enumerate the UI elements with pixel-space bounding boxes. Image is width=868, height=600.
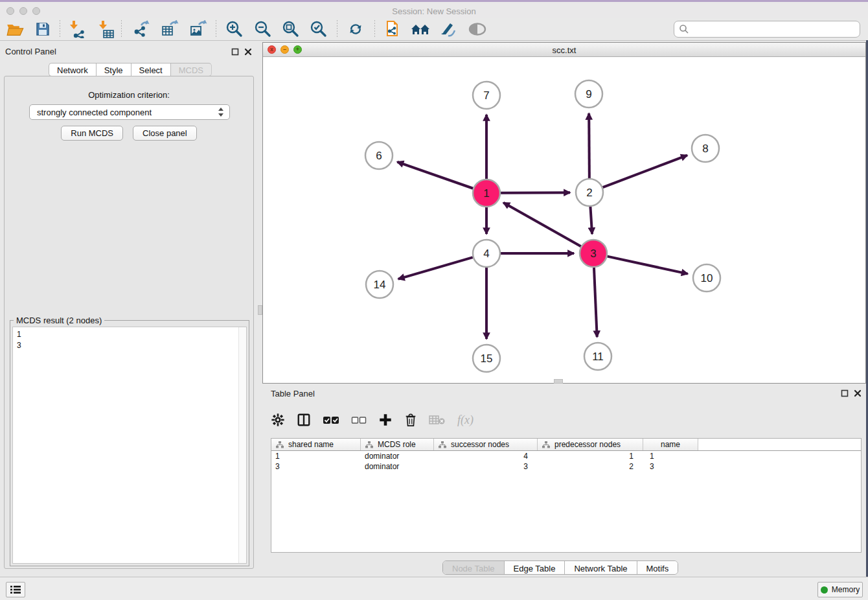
show-hide-graphics-icon[interactable] — [467, 19, 488, 39]
table-row[interactable]: 1dominator411 — [271, 451, 861, 461]
zoom-out-icon[interactable] — [253, 19, 273, 39]
table-panel-title: Table Panel — [271, 389, 315, 398]
tab-select[interactable]: Select — [131, 63, 170, 76]
list-icon — [10, 585, 21, 594]
graph-node-11[interactable]: 11 — [584, 343, 611, 370]
tab-motifs[interactable]: Motifs — [637, 561, 678, 574]
zoom-selected-icon[interactable] — [308, 19, 329, 39]
column-header-shared-name[interactable]: shared name — [271, 439, 361, 450]
import-network-icon[interactable] — [66, 19, 87, 39]
edge-4-14[interactable] — [398, 257, 473, 279]
edge-3-1[interactable] — [503, 203, 581, 246]
table-cell[interactable]: 3 — [643, 462, 698, 471]
open-session-icon[interactable] — [5, 19, 26, 39]
table-cell[interactable]: 4 — [434, 452, 538, 461]
graph-node-4[interactable]: 4 — [473, 240, 500, 267]
graph-node-2[interactable]: 2 — [576, 179, 603, 206]
mcds-result-title: MCDS result (2 nodes) — [14, 316, 104, 325]
float-panel-icon[interactable] — [841, 389, 849, 397]
create-column-icon[interactable] — [378, 411, 393, 428]
edge-3-10[interactable] — [607, 257, 687, 274]
graph-node-1[interactable]: 1 — [473, 179, 500, 207]
table-cell[interactable]: dominator — [361, 452, 434, 461]
export-network-icon[interactable] — [131, 19, 152, 39]
titlebar[interactable]: Session: New Session — [0, 2, 868, 17]
edge-2-8[interactable] — [603, 156, 687, 188]
close-panel-icon[interactable] — [244, 48, 252, 56]
close-panel-button[interactable]: Close panel — [133, 126, 197, 141]
apply-style-icon[interactable] — [438, 19, 459, 39]
table-settings-icon[interactable] — [271, 411, 285, 428]
export-image-icon[interactable] — [188, 19, 209, 39]
graph-node-6[interactable]: 6 — [365, 142, 393, 169]
graph-node-14[interactable]: 14 — [366, 271, 393, 298]
mcds-result-box[interactable]: 1 3 — [12, 327, 247, 564]
svg-text:9: 9 — [586, 88, 591, 100]
save-session-icon[interactable] — [32, 19, 53, 39]
edge-2-9[interactable] — [589, 113, 589, 178]
graph-node-10[interactable]: 10 — [693, 264, 720, 292]
column-header-name[interactable]: name — [643, 439, 698, 450]
network-frame-titlebar[interactable]: x – + scc.txt — [263, 43, 865, 57]
tab-network[interactable]: Network — [49, 63, 96, 76]
graph-node-15[interactable]: 15 — [473, 345, 500, 372]
graph-node-7[interactable]: 7 — [473, 82, 500, 109]
first-neighbors-icon[interactable] — [410, 19, 431, 39]
table-cell[interactable]: 2 — [538, 462, 643, 471]
result-scrollbar[interactable] — [238, 327, 246, 563]
tab-style[interactable]: Style — [96, 63, 131, 76]
edge-1-2[interactable] — [501, 192, 570, 193]
toolbar-separator — [374, 20, 375, 38]
tab-edge-table[interactable]: Edge Table — [505, 561, 565, 574]
column-type-icon — [542, 441, 550, 448]
import-table-icon[interactable] — [95, 19, 116, 39]
tab-node-table[interactable]: Node Table — [443, 561, 505, 574]
run-mcds-button[interactable]: Run MCDS — [61, 126, 123, 141]
criterion-select[interactable]: strongly connected component — [29, 104, 230, 120]
svg-text:6: 6 — [376, 150, 382, 162]
update-view-icon[interactable] — [345, 19, 366, 39]
panel-splitter-handle[interactable] — [554, 379, 563, 384]
zoom-fit-icon[interactable] — [280, 19, 301, 39]
unselect-all-checkboxes-icon[interactable] — [351, 411, 367, 428]
graph-node-8[interactable]: 8 — [692, 135, 719, 162]
close-panel-icon[interactable] — [854, 389, 862, 397]
svg-text:1: 1 — [483, 187, 489, 200]
mcds-result-text: 1 3 — [13, 327, 246, 351]
graph-node-3[interactable]: 3 — [580, 240, 607, 267]
table-cell[interactable]: dominator — [361, 462, 434, 471]
select-all-checkboxes-icon[interactable] — [323, 411, 339, 428]
tab-network-table[interactable]: Network Table — [565, 561, 637, 574]
graph-node-9[interactable]: 9 — [575, 80, 602, 108]
search-field[interactable] — [674, 21, 860, 38]
edge-1-6[interactable] — [397, 162, 473, 189]
column-header-predecessor-nodes[interactable]: predecessor nodes — [538, 439, 643, 450]
control-panel-title: Control Panel — [5, 47, 56, 56]
delete-columns-icon[interactable] — [404, 411, 417, 428]
table-cell[interactable]: 1 — [538, 452, 643, 461]
node-table-body: 1dominator4113dominator323 — [271, 451, 861, 472]
search-input[interactable] — [692, 25, 860, 34]
table-cell[interactable]: 1 — [271, 452, 361, 461]
task-history-button[interactable] — [6, 582, 25, 597]
network-canvas[interactable]: 7968124314101511 — [263, 57, 865, 383]
clone-network-icon[interactable] — [382, 19, 403, 39]
table-row[interactable]: 3dominator323 — [271, 461, 861, 472]
column-type-icon — [439, 441, 446, 448]
column-header-successor-nodes[interactable]: successor nodes — [434, 439, 538, 450]
export-table-icon[interactable] — [159, 19, 180, 39]
panel-splitter-handle[interactable] — [258, 305, 262, 315]
control-panel-tabs: NetworkStyleSelectMCDS — [49, 63, 212, 76]
show-columns-icon[interactable] — [297, 411, 311, 428]
edge-3-11[interactable] — [594, 268, 597, 337]
float-panel-icon[interactable] — [231, 48, 239, 56]
table-cell[interactable]: 3 — [434, 462, 538, 471]
edge-2-3[interactable] — [590, 207, 592, 234]
memory-button[interactable]: Memory — [817, 582, 863, 597]
column-header-MCDS-role[interactable]: MCDS role — [361, 439, 434, 450]
status-bar: Memory — [0, 577, 868, 600]
table-cell[interactable]: 3 — [271, 462, 361, 471]
table-cell[interactable]: 1 — [643, 452, 698, 461]
zoom-in-icon[interactable] — [224, 19, 245, 39]
tab-mcds[interactable]: MCDS — [170, 63, 212, 76]
